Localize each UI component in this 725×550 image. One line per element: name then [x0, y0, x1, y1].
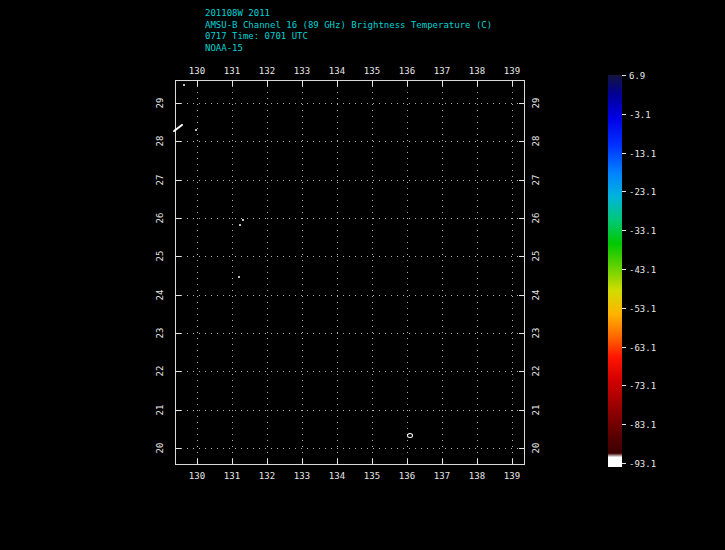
gridline-vertical: [372, 80, 373, 465]
x-tick-label-top: 131: [220, 66, 244, 76]
gridline-vertical: [477, 80, 478, 465]
gridline-vertical: [302, 80, 303, 465]
map-plot-area: [175, 80, 525, 465]
axis-tick-left: [176, 141, 181, 142]
axis-tick-top: [232, 81, 233, 86]
axis-tick-left: [176, 295, 181, 296]
gridline-horizontal: [175, 141, 525, 142]
x-tick-label-bottom: 134: [325, 471, 349, 481]
y-tick-label-right: 26: [531, 208, 543, 228]
gridline-vertical: [337, 80, 338, 465]
gridline-vertical: [232, 80, 233, 465]
axis-tick-top: [512, 81, 513, 86]
atoll-circle: [407, 433, 413, 438]
gridline-horizontal: [175, 371, 525, 372]
x-tick-label-top: 137: [430, 66, 454, 76]
island-dot: [242, 219, 244, 221]
axis-tick-bottom: [442, 459, 443, 464]
colorbar-label: -33.1: [629, 226, 656, 236]
axis-tick-bottom: [232, 459, 233, 464]
colorbar-tick: [622, 424, 626, 425]
x-tick-label-top: 130: [185, 66, 209, 76]
y-tick-label-right: 24: [531, 285, 543, 305]
colorbar-label: -93.1: [629, 459, 656, 469]
gridline-vertical: [197, 80, 198, 465]
axis-tick-top: [267, 81, 268, 86]
x-tick-label-top: 139: [500, 66, 524, 76]
colorbar-tick: [622, 153, 626, 154]
island-dot: [238, 276, 240, 278]
gridline-vertical: [407, 80, 408, 465]
y-tick-label-right: 22: [531, 361, 543, 381]
y-tick-label-left: 25: [155, 246, 167, 266]
x-tick-label-bottom: 132: [255, 471, 279, 481]
gridline-horizontal: [175, 448, 525, 449]
axis-tick-top: [337, 81, 338, 86]
colorbar-label: -73.1: [629, 381, 656, 391]
colorbar-label: -53.1: [629, 304, 656, 314]
y-tick-label-right: 20: [531, 438, 543, 458]
y-tick-label-right: 25: [531, 246, 543, 266]
colorbar-label: -23.1: [629, 187, 656, 197]
x-tick-label-bottom: 138: [465, 471, 489, 481]
y-tick-label-left: 27: [155, 170, 167, 190]
x-tick-label-top: 133: [290, 66, 314, 76]
axis-tick-right: [519, 448, 524, 449]
axis-tick-bottom: [302, 459, 303, 464]
x-tick-label-top: 138: [465, 66, 489, 76]
y-tick-label-left: 21: [155, 400, 167, 420]
gridline-horizontal: [175, 180, 525, 181]
y-tick-label-right: 29: [531, 93, 543, 113]
axis-tick-top: [372, 81, 373, 86]
colorbar-label: -63.1: [629, 343, 656, 353]
axis-tick-top: [302, 81, 303, 86]
colorbar-tick: [622, 385, 626, 386]
gridline-vertical: [442, 80, 443, 465]
axis-tick-top: [442, 81, 443, 86]
axis-tick-top: [407, 81, 408, 86]
gridline-horizontal: [175, 256, 525, 257]
axis-tick-right: [519, 103, 524, 104]
y-tick-label-left: 28: [155, 131, 167, 151]
axis-tick-bottom: [512, 459, 513, 464]
y-tick-label-left: 26: [155, 208, 167, 228]
colorbar-tick: [622, 191, 626, 192]
axis-tick-bottom: [372, 459, 373, 464]
satellite-brightness-temperature-plot: 201108W 2011 AMSU-B Channel 16 (89 GHz) …: [0, 0, 725, 550]
axis-tick-bottom: [267, 459, 268, 464]
product-title: AMSU-B Channel 16 (89 GHz) Brightness Te…: [205, 20, 492, 32]
x-tick-label-top: 134: [325, 66, 349, 76]
x-tick-label-bottom: 139: [500, 471, 524, 481]
y-tick-label-left: 24: [155, 285, 167, 305]
colorbar-label: -13.1: [629, 149, 656, 159]
y-tick-label-right: 27: [531, 170, 543, 190]
y-tick-label-right: 21: [531, 400, 543, 420]
gridline-horizontal: [175, 333, 525, 334]
island-dot: [183, 84, 185, 86]
colorbar-tick: [622, 347, 626, 348]
axis-tick-left: [176, 218, 181, 219]
axis-tick-left: [176, 410, 181, 411]
axis-tick-top: [197, 81, 198, 86]
x-tick-label-bottom: 136: [395, 471, 419, 481]
axis-tick-left: [176, 180, 181, 181]
gridline-horizontal: [175, 103, 525, 104]
title-block: 201108W 2011 AMSU-B Channel 16 (89 GHz) …: [205, 8, 492, 54]
y-tick-label-left: 22: [155, 361, 167, 381]
x-tick-label-bottom: 130: [185, 471, 209, 481]
axis-tick-left: [176, 448, 181, 449]
x-tick-label-bottom: 137: [430, 471, 454, 481]
y-tick-label-left: 23: [155, 323, 167, 343]
axis-tick-right: [519, 371, 524, 372]
y-tick-label-right: 23: [531, 323, 543, 343]
x-tick-label-top: 136: [395, 66, 419, 76]
axis-tick-right: [519, 333, 524, 334]
axis-tick-left: [176, 103, 181, 104]
colorbar-label: -3.1: [629, 110, 651, 120]
gridline-horizontal: [175, 295, 525, 296]
x-tick-label-bottom: 131: [220, 471, 244, 481]
axis-tick-left: [176, 256, 181, 257]
colorbar-label: -83.1: [629, 420, 656, 430]
gridline-vertical: [267, 80, 268, 465]
gridline-vertical: [512, 80, 513, 465]
